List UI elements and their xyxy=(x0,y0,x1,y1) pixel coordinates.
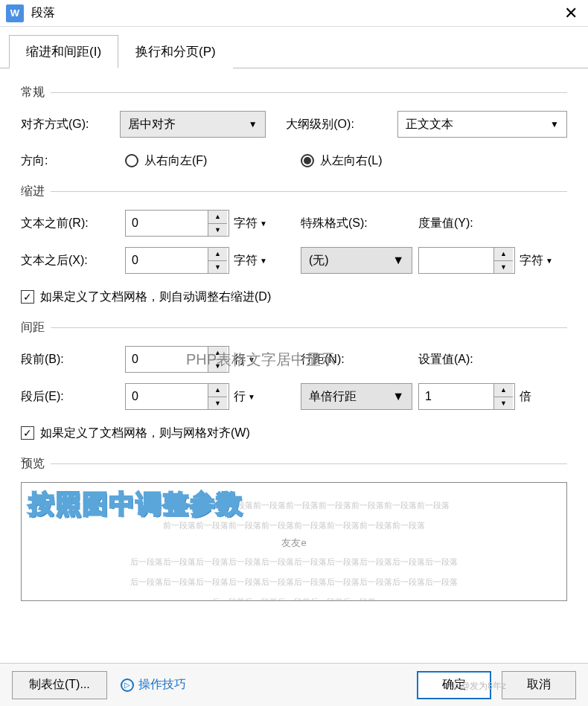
snap-to-grid-label: 如果定义了文档网格，则与网格对齐(W) xyxy=(40,426,250,441)
indent-after-input[interactable] xyxy=(126,248,208,273)
spin-down-icon[interactable]: ▼ xyxy=(208,397,227,410)
section-preview: 预览 xyxy=(21,456,567,472)
direction-rtl-radio[interactable]: 从右向左(F) xyxy=(125,153,207,169)
measure-input[interactable] xyxy=(419,248,493,273)
outline-value: 正文文本 xyxy=(406,117,453,132)
direction-label: 方向: xyxy=(21,153,125,169)
linespacing-value: 单倍行距 xyxy=(309,389,357,405)
indent-before-input[interactable] xyxy=(126,211,208,236)
titlebar: W 段落 ✕ xyxy=(0,0,588,27)
space-after-label: 段后(E): xyxy=(21,389,125,405)
section-general: 常规 xyxy=(21,85,567,100)
indent-after-unit[interactable]: 字符▼ xyxy=(234,253,267,269)
spin-up-icon[interactable]: ▲ xyxy=(208,347,227,360)
indent-before-unit[interactable]: 字符▼ xyxy=(234,216,267,231)
section-preview-label: 预览 xyxy=(21,456,45,472)
divider xyxy=(51,191,567,192)
auto-adjust-indent-checkbox[interactable]: 如果定义了文档网格，则自动调整右缩进(D) xyxy=(21,289,271,305)
section-spacing: 间距 xyxy=(21,320,567,336)
outline-select[interactable]: 正文文本 ▼ xyxy=(397,111,567,138)
setvalue-input[interactable] xyxy=(419,384,493,409)
alignment-select[interactable]: 居中对齐 ▼ xyxy=(120,111,266,138)
alignment-value: 居中对齐 xyxy=(128,117,176,132)
indent-after-spinbox[interactable]: ▲▼ xyxy=(125,247,229,274)
caret-down-icon: ▼ xyxy=(392,390,404,403)
tab-line-page[interactable]: 换行和分页(P) xyxy=(118,35,233,68)
snap-to-grid-checkbox[interactable]: 如果定义了文档网格，则与网格对齐(W) xyxy=(21,426,250,441)
direction-ltr-radio[interactable]: 从左向右(L) xyxy=(301,153,383,169)
app-icon: W xyxy=(6,4,24,22)
tips-label: 操作技巧 xyxy=(138,677,186,693)
checkbox-icon xyxy=(21,426,34,440)
special-format-select[interactable]: (无) ▼ xyxy=(301,247,412,274)
alignment-label: 对齐方式(G): xyxy=(21,117,120,132)
tab-indent-spacing[interactable]: 缩进和间距(I) xyxy=(9,35,118,68)
measure-unit[interactable]: 字符▼ xyxy=(520,253,553,269)
caret-down-icon: ▼ xyxy=(550,119,559,129)
space-before-input[interactable] xyxy=(126,347,208,372)
auto-adjust-indent-label: 如果定义了文档网格，则自动调整右缩进(D) xyxy=(40,289,271,305)
tabstops-button[interactable]: 制表位(T)... xyxy=(12,671,107,699)
indent-before-label: 文本之前(R): xyxy=(21,216,125,231)
setvalue-label: 设置值(A): xyxy=(418,352,567,368)
footer: 制表位(T)... ▷ 操作技巧 确定 取消 ☺@发为8年z xyxy=(0,663,588,706)
tabs: 缩进和间距(I) 换行和分页(P) xyxy=(0,27,588,68)
preview-line: 后一段落后一段落后一段落后一段落后一段落 xyxy=(39,594,549,601)
outline-label: 大纲级别(O): xyxy=(286,117,397,132)
cancel-button[interactable]: 取消 xyxy=(502,671,576,699)
caret-down-icon: ▼ xyxy=(392,254,404,267)
spin-down-icon[interactable]: ▼ xyxy=(208,261,227,274)
linespacing-select[interactable]: 单倍行距 ▼ xyxy=(301,383,412,410)
setvalue-spinbox[interactable]: ▲▼ xyxy=(418,383,515,410)
spin-up-icon[interactable]: ▲ xyxy=(494,248,513,261)
indent-after-label: 文本之后(X): xyxy=(21,253,125,269)
linespacing-label: 行距(N): xyxy=(301,352,418,368)
preview-line: 后一段落后一段落后一段落后一段落后一段落后一段落后一段落后一段落后一段落后一段落 xyxy=(39,554,549,570)
play-icon: ▷ xyxy=(121,678,134,692)
space-after-input[interactable] xyxy=(126,384,208,409)
spin-down-icon[interactable]: ▼ xyxy=(494,261,513,274)
divider xyxy=(51,92,567,93)
section-indent: 缩进 xyxy=(21,184,567,199)
spin-up-icon[interactable]: ▲ xyxy=(208,211,227,224)
space-before-unit[interactable]: 行▼ xyxy=(234,352,255,368)
space-before-label: 段前(B): xyxy=(21,352,125,368)
spin-up-icon[interactable]: ▲ xyxy=(208,248,227,261)
special-format-label: 特殊格式(S): xyxy=(301,216,418,231)
spin-down-icon[interactable]: ▼ xyxy=(208,224,227,237)
space-after-unit[interactable]: 行▼ xyxy=(234,389,255,405)
measure-spinbox[interactable]: ▲▼ xyxy=(418,247,515,274)
annotation-overlay: 按照图中调整参数 xyxy=(29,487,243,522)
spin-down-icon[interactable]: ▼ xyxy=(494,397,513,410)
divider xyxy=(51,463,567,464)
credit-text: ☺@发为8年z xyxy=(452,680,506,693)
setvalue-unit: 倍 xyxy=(520,389,531,405)
close-icon[interactable]: ✕ xyxy=(560,4,582,23)
spin-up-icon[interactable]: ▲ xyxy=(494,384,513,397)
section-general-label: 常规 xyxy=(21,85,45,100)
radio-icon xyxy=(301,154,314,167)
direction-ltr-label: 从左向右(L) xyxy=(320,153,383,169)
special-format-value: (无) xyxy=(309,253,329,269)
preview-box: 按照图中调整参数 段落前一段落前一段落前一段落前一段落前一段落前一段落前一段落前… xyxy=(21,482,567,601)
space-after-spinbox[interactable]: ▲▼ xyxy=(125,383,229,410)
spin-down-icon[interactable]: ▼ xyxy=(208,360,227,373)
caret-down-icon: ▼ xyxy=(249,119,258,129)
divider xyxy=(51,327,567,328)
direction-rtl-label: 从右向左(F) xyxy=(144,153,207,169)
indent-before-spinbox[interactable]: ▲▼ xyxy=(125,210,229,237)
radio-icon xyxy=(125,154,138,167)
content: 常规 对齐方式(G): 居中对齐 ▼ 大纲级别(O): 正文文本 ▼ 方向: 从… xyxy=(0,68,588,617)
space-before-spinbox[interactable]: ▲▼ xyxy=(125,346,229,373)
preview-sample: 友友e xyxy=(39,536,549,550)
window-title: 段落 xyxy=(31,5,560,21)
tips-link[interactable]: ▷ 操作技巧 xyxy=(121,677,186,693)
section-spacing-label: 间距 xyxy=(21,320,45,336)
measure-label: 度量值(Y): xyxy=(418,216,567,231)
preview-line: 后一段落后一段落后一段落后一段落后一段落后一段落后一段落后一段落后一段落后一段落 xyxy=(39,574,549,590)
spin-up-icon[interactable]: ▲ xyxy=(208,384,227,397)
checkbox-icon xyxy=(21,290,34,304)
section-indent-label: 缩进 xyxy=(21,184,45,199)
